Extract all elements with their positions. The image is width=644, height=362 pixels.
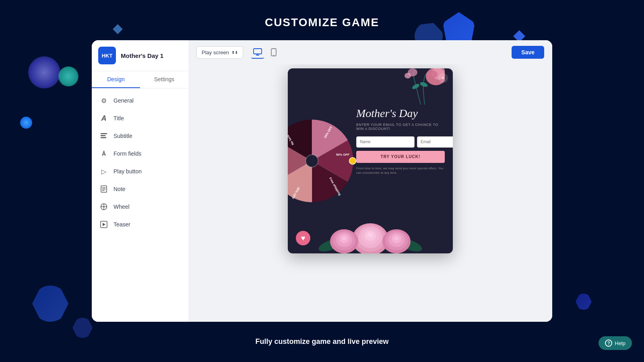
- bg-orb-blue: [20, 117, 32, 129]
- toolbar-left: Play screen ⬆⬇: [196, 46, 505, 59]
- sidebar-menu: ⚙ General A Title Subtitle Ā Fo: [92, 88, 188, 322]
- bg-cube-2: [72, 318, 93, 338]
- form-fields-label: Form fields: [114, 150, 141, 157]
- svg-point-23: [428, 70, 438, 78]
- general-label: General: [114, 97, 134, 104]
- floral-decoration-top: [392, 68, 445, 105]
- svg-point-38: [306, 155, 318, 167]
- name-input[interactable]: [356, 136, 415, 148]
- toolbar-right: Save: [512, 46, 544, 59]
- bottom-tagline: Fully customize game and live preview: [255, 337, 388, 346]
- sidebar-item-play-button[interactable]: ▷ Play button: [92, 162, 188, 180]
- svg-rect-4: [102, 187, 106, 188]
- roses-bottom: [314, 209, 427, 253]
- form-icon: Ā: [100, 150, 108, 158]
- page-title: CUSTOMIZE GAME: [265, 16, 379, 29]
- email-input[interactable]: [417, 136, 453, 148]
- wheel-icon: [100, 203, 108, 211]
- subtitle-icon: [100, 132, 108, 140]
- svg-point-55: [342, 237, 347, 241]
- subtitle-label: Subtitle: [114, 133, 132, 139]
- note-label: Note: [114, 186, 126, 192]
- toolbar: Play screen ⬆⬇: [188, 40, 552, 64]
- svg-rect-0: [101, 133, 107, 134]
- gear-icon: ⚙: [100, 97, 108, 105]
- heart-icon: ♥: [301, 234, 305, 243]
- sidebar-header: HKT Mother's Day 1: [92, 40, 188, 71]
- svg-rect-6: [102, 190, 105, 191]
- preview-inputs: [356, 136, 445, 148]
- sidebar-game-name: Mother's Day 1: [121, 52, 163, 59]
- sidebar-item-form-fields[interactable]: Ā Form fields: [92, 145, 188, 162]
- preview-note: From time to time, we may send you more …: [356, 166, 445, 175]
- title-icon: A: [100, 114, 108, 122]
- mobile-icon[interactable]: [267, 46, 280, 59]
- tab-design[interactable]: Design: [92, 71, 140, 88]
- bg-gem-4: [113, 24, 123, 34]
- svg-point-8: [103, 206, 105, 208]
- desktop-icon[interactable]: [251, 46, 264, 59]
- preview-area: ×: [188, 64, 552, 322]
- game-preview: ×: [288, 68, 453, 253]
- screen-selector[interactable]: Play screen ⬆⬇: [196, 46, 243, 59]
- svg-point-18: [273, 55, 274, 56]
- help-label: Help: [615, 340, 625, 346]
- preview-content: Mother's Day ENTER YOUR EMAIL TO GET A C…: [356, 107, 445, 175]
- svg-point-50: [367, 232, 373, 237]
- sidebar-item-title[interactable]: A Title: [92, 109, 188, 127]
- teaser-label: Teaser: [114, 221, 130, 228]
- play-icon: ▷: [100, 167, 108, 175]
- save-button[interactable]: Save: [512, 46, 544, 59]
- svg-rect-14: [254, 49, 262, 54]
- svg-text:50% OFF: 50% OFF: [336, 153, 349, 156]
- tab-settings[interactable]: Settings: [140, 71, 188, 88]
- svg-point-25: [405, 73, 411, 78]
- svg-point-39: [349, 157, 356, 164]
- sidebar-item-subtitle[interactable]: Subtitle: [92, 127, 188, 145]
- note-icon: [100, 185, 108, 193]
- screen-selector-label: Play screen: [202, 49, 229, 56]
- close-button[interactable]: ×: [438, 73, 448, 83]
- main-panel: HKT Mother's Day 1 Design Settings ⚙ Gen…: [92, 40, 552, 322]
- svg-rect-1: [101, 135, 105, 136]
- bg-cube-1: [32, 286, 68, 322]
- bg-cube-3: [576, 294, 592, 310]
- sidebar-item-general[interactable]: ⚙ General: [92, 92, 188, 109]
- help-circle-icon: ?: [605, 339, 612, 347]
- svg-rect-2: [101, 137, 106, 138]
- help-button[interactable]: ? Help: [599, 336, 632, 350]
- hkt-badge: HKT: [98, 47, 116, 64]
- sidebar-item-teaser[interactable]: Teaser: [92, 216, 188, 233]
- sidebar: HKT Mother's Day 1 Design Settings ⚙ Gen…: [92, 40, 188, 322]
- bg-circle-1: [28, 56, 60, 88]
- sidebar-item-note[interactable]: Note: [92, 180, 188, 198]
- dropdown-arrow-icon: ⬆⬇: [231, 50, 238, 55]
- wheel-svg: 25% OFF 50% OFF Free shipping 35% OFF 60…: [288, 113, 360, 209]
- teaser-icon: [100, 220, 108, 228]
- sidebar-tabs: Design Settings: [92, 71, 188, 88]
- title-label: Title: [114, 115, 124, 121]
- wheel-label: Wheel: [114, 204, 130, 210]
- play-button-label: Play button: [114, 168, 142, 175]
- svg-point-60: [394, 237, 399, 241]
- sidebar-item-wheel[interactable]: Wheel: [92, 198, 188, 216]
- bg-circle-2: [58, 66, 78, 86]
- preview-game-title: Mother's Day: [356, 107, 445, 120]
- heart-teaser-button[interactable]: ♥: [296, 231, 310, 245]
- preview-subtitle: ENTER YOUR EMAIL TO GET A CHANCE TO WIN …: [356, 123, 445, 131]
- svg-rect-5: [102, 189, 106, 190]
- device-icons: [251, 46, 280, 59]
- cta-button[interactable]: TRY YOUR LUCK!: [356, 151, 445, 163]
- content-area: Play screen ⬆⬇: [188, 40, 552, 322]
